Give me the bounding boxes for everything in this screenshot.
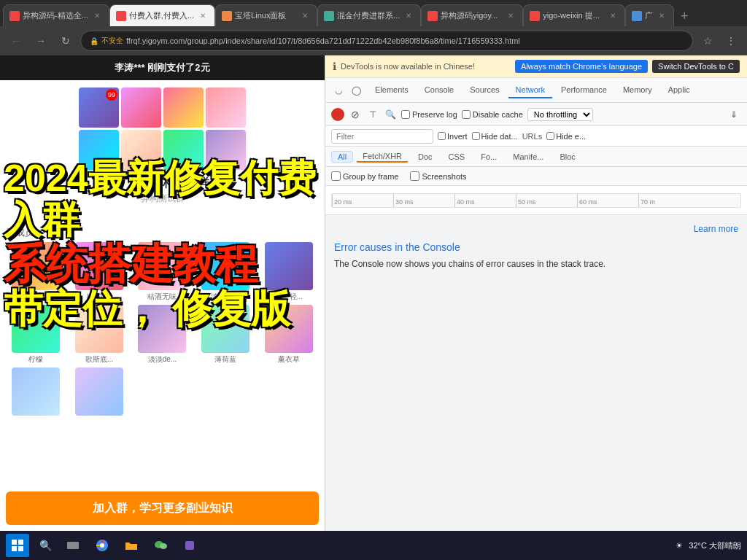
tab-performance[interactable]: Performance: [554, 82, 614, 98]
svg-rect-4: [67, 542, 79, 549]
member-avatar-3: [138, 242, 186, 290]
tab-7[interactable]: 广 ✕: [625, 4, 674, 26]
tab-memory[interactable]: Memory: [616, 82, 659, 98]
type-fetch-xhr[interactable]: Fetch/XHR: [356, 150, 409, 163]
type-all[interactable]: All: [331, 151, 353, 163]
search-button[interactable]: 🔍: [384, 108, 397, 121]
tab-console[interactable]: Console: [417, 82, 461, 98]
member-row-3: [6, 368, 319, 416]
type-filter-bar: All Fetch/XHR Doc CSS Fo... Manife... Bl…: [325, 147, 747, 167]
filter-toggle-button[interactable]: ⊤: [366, 108, 379, 121]
svg-point-6: [100, 543, 104, 548]
switch-devtools-button[interactable]: Switch DevTools to C: [652, 60, 740, 73]
tab-3[interactable]: 宝塔Linux面板 ✕: [215, 4, 317, 26]
member-item-2: 檬°柠叶: [69, 242, 130, 302]
tab-close-6[interactable]: ✕: [607, 10, 619, 22]
hide-e-checkbox[interactable]: Hide e...: [546, 132, 586, 141]
taskbar-chrome-icon[interactable]: [90, 534, 114, 557]
type-manifest[interactable]: Manife...: [506, 151, 550, 163]
member-name-5: 淡尘轻...: [265, 292, 313, 302]
invert-checkbox[interactable]: Invert: [438, 132, 468, 141]
hide-data-input[interactable]: [472, 132, 480, 140]
members-grid: 午后の... 檬°柠叶 桔酒无味 淡尘轻烟: [0, 239, 325, 419]
taskbar-icon-5[interactable]: [178, 534, 201, 557]
taskbar: 🔍 ☀ 32°C 大部晴朗: [0, 531, 747, 560]
tab-application[interactable]: Applic: [661, 82, 697, 98]
svg-rect-3: [18, 546, 23, 551]
member-avatar-8: [138, 305, 186, 353]
error-title[interactable]: Error causes in the Console: [334, 241, 738, 253]
avatar-cell-1: 99: [79, 88, 119, 128]
inspect-icon[interactable]: ◡: [331, 83, 346, 98]
tab-4[interactable]: 混金付费进群系... ✕: [317, 4, 421, 26]
tab-network[interactable]: Network: [508, 82, 552, 98]
record-button[interactable]: [331, 108, 344, 121]
invert-label: Invert: [447, 132, 468, 141]
type-doc[interactable]: Doc: [411, 151, 439, 163]
disable-cache-input[interactable]: [462, 110, 471, 119]
member-item-10: 薰衣草: [258, 305, 319, 365]
tab-5[interactable]: 异构源码yigoy... ✕: [421, 4, 523, 26]
taskbar-search-button[interactable]: 🔍: [35, 535, 55, 556]
reload-button[interactable]: ↻: [55, 31, 76, 51]
type-fo[interactable]: Fo...: [474, 151, 503, 163]
tab-2[interactable]: 付费入群,付费入... ✕: [109, 4, 215, 26]
member-item-8: 淡淡de...: [132, 305, 193, 365]
hide-e-input[interactable]: [546, 132, 554, 140]
address-bar: ← → ↻ 🔒 不安全 ffrqf.yigoym.com/group.php/i…: [0, 26, 747, 55]
group-by-frame-checkbox[interactable]: Group by frame: [331, 171, 398, 181]
avatar-cell-5: [79, 130, 119, 170]
tab-title-1: 异构源码-精选全...: [23, 10, 88, 21]
tick-60ms: 60 ms: [577, 194, 597, 207]
devtools-info-text: DevTools is now available in Chinese!: [341, 62, 511, 71]
address-actions: ☆ ⋮: [697, 31, 741, 51]
back-button[interactable]: ←: [6, 31, 26, 51]
screenshots-input[interactable]: [410, 171, 419, 181]
tab-1[interactable]: 异构源码-精选全... ✕: [3, 4, 109, 26]
start-button[interactable]: [6, 534, 29, 557]
throttle-select[interactable]: No throttling: [527, 108, 593, 121]
invert-input[interactable]: [438, 132, 446, 140]
tab-bar: 异构源码-精选全... ✕ 付费入群,付费入... ✕ 宝塔Linux面板 ✕ …: [0, 0, 747, 26]
hide-data-checkbox[interactable]: Hide dat...: [472, 132, 518, 141]
learn-more-link[interactable]: Learn more: [334, 224, 738, 234]
tab-close-7[interactable]: ✕: [656, 10, 667, 22]
taskbar-wechat-icon[interactable]: [149, 534, 172, 557]
forward-button[interactable]: →: [31, 31, 51, 51]
screenshots-checkbox[interactable]: Screenshots: [410, 171, 466, 181]
tab-close-2[interactable]: ✕: [197, 10, 209, 22]
hide-data-label: Hide dat...: [481, 132, 518, 141]
address-input[interactable]: 🔒 不安全 ffrqf.yigoym.com/group.php/index/s…: [80, 31, 693, 51]
taskbar-folder-icon[interactable]: [120, 534, 143, 557]
join-button[interactable]: 加入群，学习更多副业知识: [6, 491, 319, 525]
always-match-button[interactable]: Always match Chrome's language: [515, 60, 648, 73]
bookmark-button[interactable]: ☆: [697, 31, 718, 51]
tab-sources[interactable]: Sources: [462, 82, 506, 98]
tab-close-5[interactable]: ✕: [505, 10, 516, 22]
tab-close-1[interactable]: ✕: [91, 10, 103, 22]
type-css[interactable]: CSS: [442, 151, 472, 163]
download-icon[interactable]: ⇓: [727, 107, 741, 122]
tab-favicon-1: [9, 11, 20, 21]
tab-close-4[interactable]: ✕: [403, 10, 414, 22]
taskbar-icon-1[interactable]: [61, 534, 85, 557]
new-tab-button[interactable]: +: [674, 6, 694, 26]
device-icon[interactable]: ◯: [349, 83, 363, 98]
menu-button[interactable]: ⋮: [721, 31, 741, 51]
preserve-log-checkbox[interactable]: Preserve log: [401, 110, 457, 119]
tab-title-5: 异构源码yigoy...: [441, 10, 502, 21]
avatar-badge: 99: [106, 89, 117, 101]
tab-6[interactable]: yigo-weixin 提... ✕: [523, 4, 625, 26]
member-avatar-1: [12, 242, 60, 290]
tab-elements[interactable]: Elements: [368, 82, 416, 98]
members-section-header: 群成员: [0, 219, 325, 239]
group-by-frame-input[interactable]: [331, 171, 341, 181]
type-bloc[interactable]: Bloc: [553, 151, 581, 163]
clear-button[interactable]: ⊘: [349, 108, 362, 121]
tab-close-3[interactable]: ✕: [299, 10, 311, 22]
filter-input[interactable]: [331, 129, 433, 144]
disable-cache-checkbox[interactable]: Disable cache: [462, 110, 523, 119]
preserve-log-input[interactable]: [401, 110, 410, 119]
member-name-6: 柠檬: [12, 354, 60, 365]
avatar-cell-3: [163, 88, 204, 128]
